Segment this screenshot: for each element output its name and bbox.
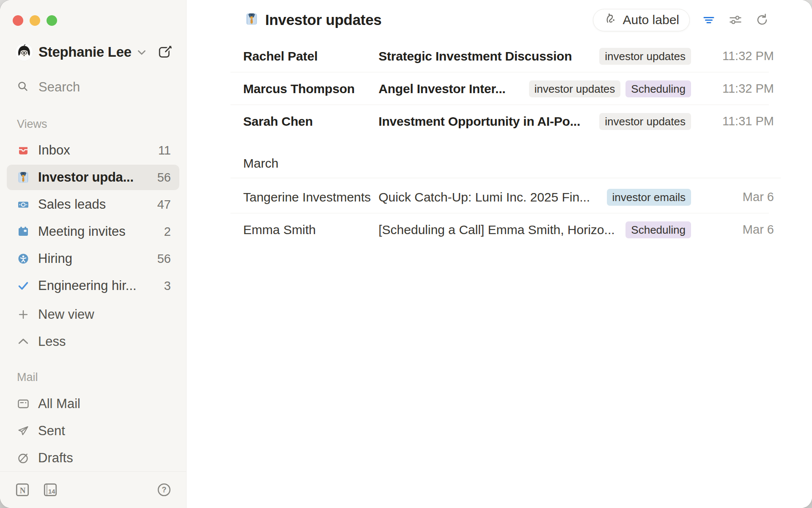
notion-calendar-icon[interactable]: 14 (42, 482, 58, 498)
email-row[interactable]: Marcus Thompson Angel Investor Inter... … (187, 72, 812, 105)
unread-count: 47 (157, 198, 171, 212)
calendar-icon (17, 225, 30, 238)
svg-text:?: ? (162, 486, 167, 494)
tag-chip[interactable]: Scheduling (625, 221, 691, 238)
sent-icon (17, 425, 30, 437)
chevron-down-icon (137, 50, 146, 57)
email-sender: Marcus Thompson (243, 82, 379, 96)
sidebar-footer: N 14 ? (0, 471, 186, 508)
tag-chip[interactable]: Scheduling (625, 80, 691, 97)
necktie-icon (17, 171, 30, 184)
email-subject: Angel Investor Inter... (379, 82, 505, 96)
email-row[interactable]: Emma Smith [Scheduling a Call] Emma Smit… (187, 213, 812, 246)
email-row[interactable]: Rachel Patel Strategic Investment Discus… (187, 40, 812, 72)
tag-chip[interactable]: investor updates (599, 48, 691, 65)
views-section-label: Views (17, 118, 47, 131)
chevron-up-icon (17, 336, 30, 348)
mail-list: All Mail Sent Drafts (0, 390, 186, 472)
compose-icon[interactable] (157, 44, 173, 60)
auto-label-button[interactable]: Auto label (593, 9, 690, 31)
unread-count: 2 (164, 225, 171, 239)
auto-label-text: Auto label (623, 13, 679, 27)
email-subject: Quick Catch-Up: Lumi Inc. 2025 Fin... (379, 190, 590, 204)
window-controls (13, 15, 57, 26)
email-tags: Scheduling (616, 221, 691, 238)
necktie-icon (245, 12, 258, 28)
mail-section-label: Mail (17, 371, 38, 384)
sidebar-item-meeting-invites[interactable]: Meeting invites 2 (0, 218, 186, 245)
group-header: March (187, 156, 812, 171)
sidebar-item-sent[interactable]: Sent (0, 417, 186, 444)
search-icon (17, 80, 29, 94)
tag-chip[interactable]: investor emails (607, 189, 691, 206)
email-row[interactable]: Tangerine Investments Quick Catch-Up: Lu… (187, 181, 812, 213)
email-time: 11:32 PM (706, 49, 774, 63)
email-subject: Investment Opportunity in AI-Po... (379, 114, 580, 129)
help-icon[interactable]: ? (156, 482, 172, 497)
search-input[interactable]: Search (17, 79, 171, 96)
svg-text:N: N (20, 486, 26, 495)
views-list: Inbox 11 Investor upda... (0, 137, 186, 299)
sidebar-item-sales-leads[interactable]: Sales leads 47 (0, 191, 186, 218)
all-mail-icon (17, 398, 30, 410)
main-panel: Investor updates Auto label (187, 0, 812, 508)
email-time: Mar 6 (706, 223, 774, 237)
less-button[interactable]: Less (0, 328, 186, 355)
email-time: Mar 6 (706, 190, 774, 204)
sidebar-item-inbox[interactable]: Inbox 11 (0, 137, 186, 164)
checkmark-icon (17, 279, 30, 292)
email-tags: investor emails (598, 189, 691, 206)
app-window: Stephanie Lee Search Views (0, 0, 812, 508)
sliders-icon[interactable] (728, 12, 743, 28)
unread-count: 56 (157, 252, 171, 266)
page-title: Investor updates (265, 11, 381, 28)
email-sender: Sarah Chen (243, 114, 379, 129)
email-sender: Tangerine Investments (243, 190, 379, 204)
sidebar-item-hiring[interactable]: Hiring 56 (0, 245, 186, 272)
sidebar-item-all-mail[interactable]: All Mail (0, 390, 186, 417)
close-window-button[interactable] (13, 15, 23, 26)
sidebar-item-investor-updates[interactable]: Investor upda... 56 (7, 165, 179, 190)
sidebar-item-drafts[interactable]: Drafts (0, 444, 186, 472)
filter-icon[interactable] (701, 12, 716, 28)
group-rows: Tangerine Investments Quick Catch-Up: Lu… (187, 178, 812, 246)
sidebar: Stephanie Lee Search Views (0, 0, 187, 508)
email-tags: investor updates (590, 48, 691, 65)
unread-count: 11 (158, 144, 171, 157)
account-switcher[interactable]: Stephanie Lee (15, 42, 173, 62)
notion-icon[interactable]: N (14, 482, 30, 498)
email-subject: Strategic Investment Discussion (379, 49, 572, 64)
plus-icon (17, 309, 30, 320)
email-row[interactable]: Sarah Chen Investment Opportunity in AI-… (187, 105, 812, 138)
refresh-icon[interactable] (754, 12, 770, 28)
email-list: Rachel Patel Strategic Investment Discus… (187, 40, 812, 246)
email-time: 11:31 PM (706, 114, 774, 128)
email-tags: investor updates Scheduling (520, 80, 691, 97)
search-placeholder: Search (38, 80, 80, 95)
minimize-window-button[interactable] (30, 15, 40, 26)
svg-text:14: 14 (48, 488, 55, 495)
drafts-icon (17, 452, 30, 464)
zoom-window-button[interactable] (47, 15, 57, 26)
unread-count: 3 (164, 279, 171, 293)
banknote-icon (17, 198, 30, 211)
unread-count: 56 (157, 171, 171, 185)
new-view-button[interactable]: New view (0, 301, 186, 328)
view-actions: New view Less (0, 301, 186, 355)
tag-chip[interactable]: investor updates (599, 113, 691, 130)
email-time: 11:32 PM (706, 82, 774, 96)
sidebar-item-engineering-hiring[interactable]: Engineering hir... 3 (0, 272, 186, 299)
account-name: Stephanie Lee (38, 44, 132, 60)
email-subject: [Scheduling a Call] Emma Smith, Horizo..… (379, 223, 615, 237)
inbox-tray-icon (17, 144, 30, 157)
email-tags: investor updates (590, 113, 691, 130)
tag-chip[interactable]: investor updates (529, 80, 621, 97)
view-header: Investor updates Auto label (187, 0, 812, 40)
avatar (15, 43, 33, 61)
auto-label-icon (604, 11, 618, 29)
email-sender: Rachel Patel (243, 49, 379, 64)
person-circle-icon (17, 252, 30, 265)
email-sender: Emma Smith (243, 223, 379, 237)
